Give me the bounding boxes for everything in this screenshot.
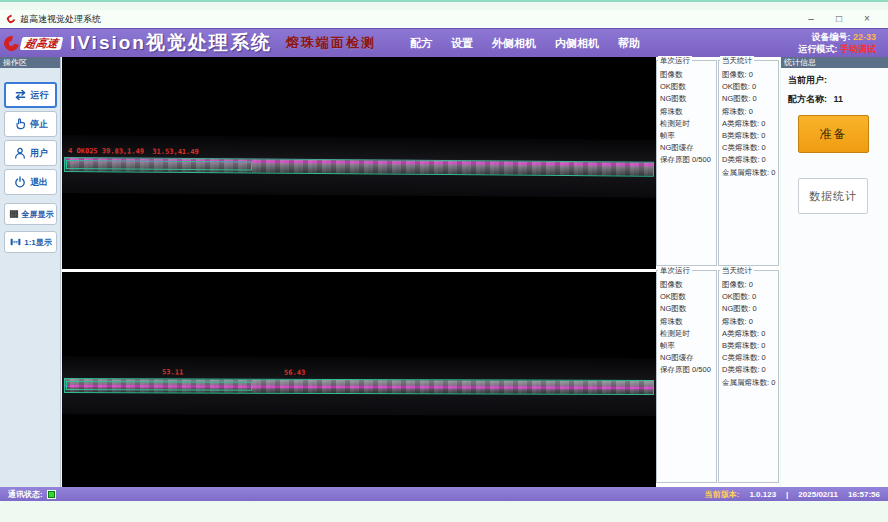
stats-area: 单次运行 图像数 OK图数 NG图数 熔珠数 检测延时 帧率 NG图缓存 保存原… (656, 57, 780, 487)
camera-image-top: 4 OK025 39.83,1.49 31.53,41.49 (62, 57, 656, 269)
stat-row: 保存原图 0/500 (657, 154, 716, 166)
stat-row: 熔珠数 (657, 316, 716, 328)
stat-row: 检测延时 (657, 328, 716, 340)
power-icon (13, 175, 27, 189)
stat-row: C类熔珠数: 0 (719, 142, 778, 154)
run-mode-label: 运行模式: (798, 44, 837, 54)
stat-row: 帧率 (657, 130, 716, 142)
roi-rect-overlay (66, 160, 252, 170)
stat-row: OK图数: 0 (719, 81, 778, 93)
camera-viewport-top[interactable]: 4 OK025 39.83,1.49 31.53,41.49 (62, 57, 656, 269)
app-title: IVision视觉处理系统 (70, 30, 272, 56)
measurement-annotation: 4 OK025 39.83,1.49 31.53,41.49 (68, 147, 199, 156)
run-button[interactable]: 运行 (4, 82, 57, 108)
maximize-button[interactable]: □ (825, 11, 853, 27)
stat-row: A类熔珠数: 0 (719, 328, 778, 340)
stop-button[interactable]: 停止 (4, 111, 57, 137)
single-run-groupbox: 单次运行 图像数 OK图数 NG图数 熔珠数 检测延时 帧率 NG图缓存 保存原… (656, 60, 717, 266)
menu-item-inner-camera[interactable]: 内侧相机 (555, 36, 599, 51)
sidebar-title: 操作区 (0, 57, 60, 68)
status-bar-right: 当前版本: 1.0.123 | 2025/02/11 16:57:56 (705, 489, 880, 500)
stat-row: 检测延时 (657, 118, 716, 130)
measurement-annotation: 53.11 (162, 368, 183, 376)
stat-row: NG图数 (657, 93, 716, 105)
current-user-row: 当前用户: (788, 74, 888, 87)
operation-sidebar: 操作区 运行 停止 用户 退出 全屏显示 (0, 57, 61, 487)
stat-row: B类熔珠数: 0 (719, 340, 778, 352)
menu-item-outer-camera[interactable]: 外侧相机 (492, 36, 536, 51)
one-to-one-button-label: 1:1显示 (24, 237, 52, 248)
stat-row: A类熔珠数: 0 (719, 118, 778, 130)
stat-row: OK图数: 0 (719, 291, 778, 303)
stats-panel-top: 单次运行 图像数 OK图数 NG图数 熔珠数 检测延时 帧率 NG图缓存 保存原… (656, 60, 780, 266)
hand-stop-icon (13, 117, 27, 131)
fullscreen-button[interactable]: 全屏显示 (4, 203, 57, 225)
stat-row: 保存原图 0/500 (657, 364, 716, 376)
device-info: 设备编号: 22-33 运行模式: 手动调试 (798, 31, 876, 55)
menu-item-help[interactable]: 帮助 (618, 36, 640, 51)
user-button[interactable]: 用户 (4, 140, 57, 166)
measurement-annotation: 56.43 (284, 369, 305, 377)
run-arrows-icon (13, 88, 28, 102)
camera-viewport-bottom[interactable]: 53.11 56.43 (62, 272, 656, 487)
exit-button[interactable]: 退出 (4, 169, 57, 195)
main-menu: 配方 设置 外侧相机 内侧相机 帮助 (410, 36, 640, 51)
stat-row: D类熔珠数: 0 (719, 154, 778, 166)
recipe-name-value: 11 (834, 94, 844, 104)
one-to-one-button[interactable]: 1:1显示 (4, 231, 57, 253)
device-id-label: 设备编号: (811, 32, 850, 42)
comm-status-label: 通讯状态: (8, 489, 43, 500)
info-panel-title: 统计信息 (781, 57, 888, 68)
stat-row: 图像数 (657, 279, 716, 291)
menu-item-settings[interactable]: 设置 (451, 36, 473, 51)
stat-row: OK图数 (657, 291, 716, 303)
menu-item-recipe[interactable]: 配方 (410, 36, 432, 51)
window-controls: – □ × (797, 11, 881, 27)
version-label: 当前版本: (705, 489, 740, 500)
exit-button-label: 退出 (30, 176, 48, 189)
stat-row: 熔珠数 (657, 106, 716, 118)
version-value: 1.0.123 (749, 490, 776, 499)
stat-row: C类熔珠数: 0 (719, 352, 778, 364)
stat-row: NG图数 (657, 303, 716, 315)
camera-image-bottom: 53.11 56.43 (62, 272, 656, 487)
minimize-button[interactable]: – (797, 11, 825, 27)
time-value: 16:57:56 (848, 490, 880, 499)
user-icon (13, 146, 27, 160)
stat-row: NG图缓存 (657, 352, 716, 364)
recipe-name-label: 配方名称: (788, 94, 827, 104)
run-button-label: 运行 (31, 89, 49, 102)
today-stats-groupbox: 当天统计 图像数: 0 OK图数: 0 NG图数: 0 熔珠数: 0 A类熔珠数… (718, 270, 779, 483)
data-statistics-button[interactable]: 数据统计 (798, 178, 868, 214)
stat-row: 金属屑熔珠数: 0 (719, 377, 778, 389)
app-logo-icon (5, 13, 16, 24)
stat-row: OK图数 (657, 81, 716, 93)
brand-swoosh-icon (1, 33, 22, 54)
groupbox-title: 单次运行 (658, 56, 692, 66)
single-run-groupbox: 单次运行 图像数 OK图数 NG图数 熔珠数 检测延时 帧率 NG图缓存 保存原… (656, 270, 717, 483)
prepare-button[interactable]: 准备 (798, 115, 869, 153)
stat-row: NG图缓存 (657, 142, 716, 154)
groupbox-title: 当天统计 (720, 266, 754, 276)
run-mode-value: 手动调试 (840, 44, 876, 54)
window-titlebar: 超高速视觉处理系统 – □ × (0, 10, 888, 28)
groupbox-title: 单次运行 (658, 266, 692, 276)
close-button[interactable]: × (853, 11, 881, 27)
status-separator: | (786, 490, 788, 499)
stat-row: D类熔珠数: 0 (719, 364, 778, 376)
app-header: 超高速 IVision视觉处理系统 熔珠端面检测 配方 设置 外侧相机 内侧相机… (0, 28, 888, 57)
stat-row: 熔珠数: 0 (719, 316, 778, 328)
stat-row: 图像数: 0 (719, 69, 778, 81)
comm-status-indicator (48, 491, 55, 498)
stat-row: NG图数: 0 (719, 93, 778, 105)
stat-row: 帧率 (657, 340, 716, 352)
stat-row: B类熔珠数: 0 (719, 130, 778, 142)
fullscreen-grid-icon (8, 208, 20, 220)
stat-row: 金属屑熔珠数: 0 (719, 167, 778, 179)
brand-badge: 超高速 (20, 37, 64, 50)
camera-area: 4 OK025 39.83,1.49 31.53,41.49 53.11 56.… (62, 57, 656, 487)
stat-row: 图像数: 0 (719, 279, 778, 291)
user-button-label: 用户 (30, 147, 48, 160)
fullscreen-button-label: 全屏显示 (22, 209, 54, 220)
statistics-info-panel: 统计信息 当前用户: 配方名称: 11 准备 数据统计 (781, 57, 888, 487)
